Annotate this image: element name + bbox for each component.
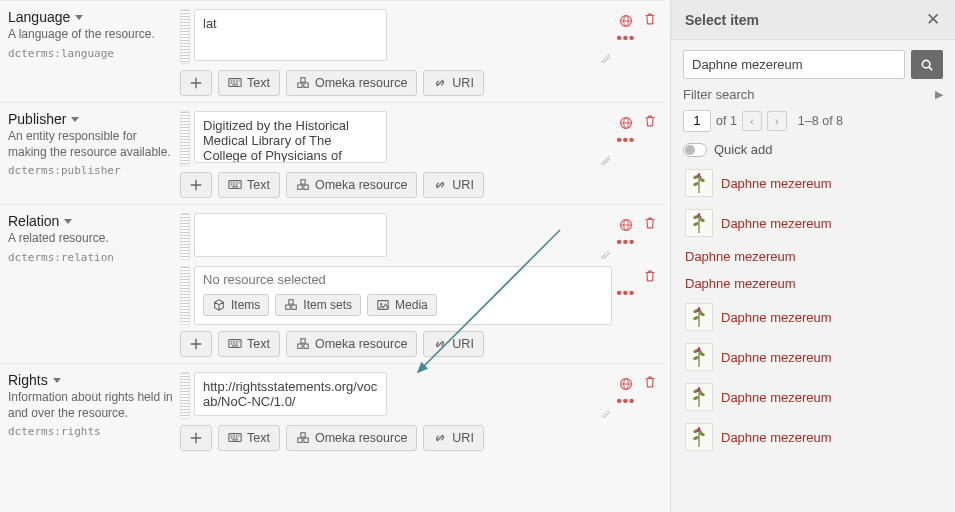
media-tab-button[interactable]: Media [367, 294, 437, 316]
close-icon: ✕ [926, 10, 940, 29]
link-icon [433, 76, 447, 90]
omeka-resource-type-button[interactable]: Omeka resource [286, 425, 417, 451]
caret-down-icon [64, 219, 72, 224]
globe-icon[interactable] [619, 375, 633, 391]
close-panel-button[interactable]: ✕ [923, 9, 943, 30]
omeka-resource-type-button[interactable]: Omeka resource [286, 172, 417, 198]
add-value-button[interactable] [180, 425, 212, 451]
add-value-button[interactable] [180, 172, 212, 198]
add-value-button[interactable] [180, 70, 212, 96]
plus-icon [189, 431, 203, 445]
property-row-publisher: Publisher An entity responsible for maki… [0, 102, 666, 204]
result-thumbnail [685, 169, 713, 197]
value-textarea[interactable] [194, 111, 387, 163]
drag-handle[interactable] [180, 111, 190, 166]
next-page-button[interactable]: › [767, 111, 787, 131]
value-textarea[interactable] [194, 213, 387, 257]
property-editor: Language A language of the resource. dct… [0, 0, 670, 512]
itemsets-tab-button[interactable]: Item sets [275, 294, 361, 316]
more-icon[interactable]: ••• [617, 289, 636, 297]
search-icon [920, 58, 934, 72]
property-term: dcterms:relation [8, 251, 174, 264]
link-icon [433, 337, 447, 351]
property-name[interactable]: Language [8, 9, 174, 25]
trash-icon[interactable] [643, 112, 657, 128]
text-type-button[interactable]: Text [218, 70, 280, 96]
result-thumbnail [685, 303, 713, 331]
select-item-panel: Select item ✕ Filter search ▶ of 1 ‹ › 1… [670, 0, 955, 512]
omeka-resource-type-button[interactable]: Omeka resource [286, 331, 417, 357]
more-icon[interactable]: ••• [617, 238, 636, 246]
keyboard-icon [228, 178, 242, 192]
no-resource-label: No resource selected [203, 272, 603, 287]
property-row-language: Language A language of the resource. dct… [0, 0, 666, 102]
property-term: dcterms:language [8, 47, 174, 60]
result-item[interactable]: Daphne mezereum [683, 419, 943, 455]
uri-type-button[interactable]: URI [423, 331, 484, 357]
drag-handle[interactable] [180, 213, 190, 260]
panel-title: Select item [685, 12, 759, 28]
cubes-icon [296, 431, 310, 445]
property-term: dcterms:publisher [8, 164, 174, 177]
drag-handle[interactable] [180, 9, 190, 64]
uri-type-button[interactable]: URI [423, 172, 484, 198]
text-type-button[interactable]: Text [218, 172, 280, 198]
prev-page-button[interactable]: ‹ [742, 111, 762, 131]
filter-search-toggle[interactable]: Filter search ▶ [683, 87, 943, 102]
result-item[interactable]: Daphne mezereum [683, 299, 943, 335]
property-row-rights: Rights Information about rights held in … [0, 363, 666, 457]
caret-down-icon [71, 117, 79, 122]
globe-icon[interactable] [619, 114, 633, 130]
property-name[interactable]: Rights [8, 372, 174, 388]
property-name[interactable]: Relation [8, 213, 174, 229]
uri-type-button[interactable]: URI [423, 70, 484, 96]
property-description: An entity responsible for making the res… [8, 129, 174, 160]
image-icon [376, 298, 390, 312]
result-label: Daphne mezereum [721, 350, 832, 365]
result-item[interactable]: Daphne mezereum [683, 165, 943, 201]
more-icon[interactable]: ••• [617, 136, 636, 144]
pagination: of 1 ‹ › 1–8 of 8 [683, 110, 943, 132]
result-item[interactable]: Daphne mezereum [683, 205, 943, 241]
page-number-input[interactable] [683, 110, 711, 132]
link-icon [433, 431, 447, 445]
quick-add-toggle[interactable]: Quick add [683, 142, 943, 157]
omeka-resource-type-button[interactable]: Omeka resource [286, 70, 417, 96]
result-item[interactable]: Daphne mezereum [683, 245, 943, 268]
value-textarea[interactable] [194, 9, 387, 61]
globe-icon[interactable] [619, 12, 633, 28]
uri-type-button[interactable]: URI [423, 425, 484, 451]
trash-icon[interactable] [643, 267, 657, 283]
cubes-icon [296, 337, 310, 351]
cubes-icon [284, 298, 298, 312]
search-button[interactable] [911, 50, 943, 79]
text-type-button[interactable]: Text [218, 425, 280, 451]
plus-icon [189, 178, 203, 192]
property-description: A language of the resource. [8, 27, 174, 43]
more-icon[interactable]: ••• [617, 397, 636, 405]
trash-icon[interactable] [643, 10, 657, 26]
plus-icon [189, 337, 203, 351]
cubes-icon [296, 178, 310, 192]
trash-icon[interactable] [643, 214, 657, 230]
drag-handle[interactable] [180, 266, 190, 325]
items-tab-button[interactable]: Items [203, 294, 269, 316]
result-item[interactable]: Daphne mezereum [683, 379, 943, 415]
trash-icon[interactable] [643, 373, 657, 389]
add-value-button[interactable] [180, 331, 212, 357]
value-textarea[interactable] [194, 372, 387, 416]
keyboard-icon [228, 431, 242, 445]
text-type-button[interactable]: Text [218, 331, 280, 357]
property-description: A related resource. [8, 231, 174, 247]
more-icon[interactable]: ••• [617, 34, 636, 42]
property-name[interactable]: Publisher [8, 111, 174, 127]
drag-handle[interactable] [180, 372, 190, 419]
caret-down-icon [75, 15, 83, 20]
result-item[interactable]: Daphne mezereum [683, 272, 943, 295]
globe-icon[interactable] [619, 216, 633, 232]
page-range-label: 1–8 of 8 [798, 114, 843, 128]
search-input[interactable] [683, 50, 905, 79]
result-item[interactable]: Daphne mezereum [683, 339, 943, 375]
result-thumbnail [685, 209, 713, 237]
property-description: Information about rights held in and ove… [8, 390, 174, 421]
